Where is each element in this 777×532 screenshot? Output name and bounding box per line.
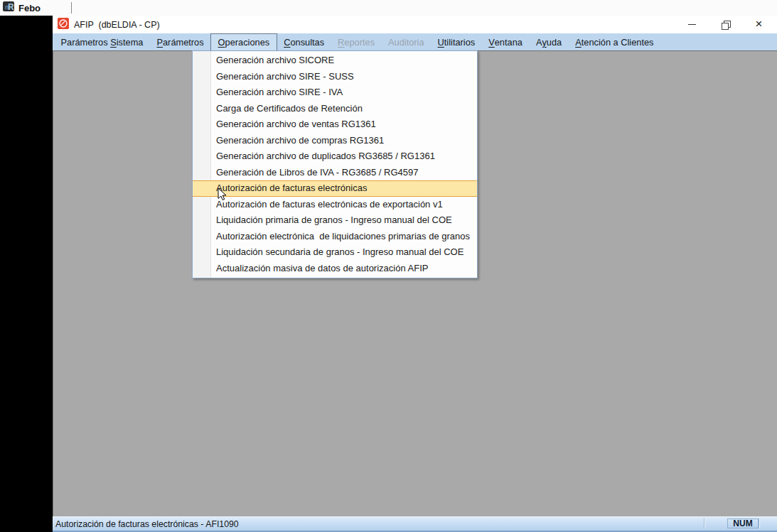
dropdown-menu-item[interactable]: Autorización de facturas electrónicas de… (193, 197, 477, 213)
title-bar[interactable]: AFIP (dbELDIA - CP) × (53, 16, 777, 33)
menu-label-pre: Parámetros (61, 37, 111, 48)
menu-label-post: entana (495, 37, 523, 48)
menu-label-accel: V (488, 37, 495, 48)
status-bar: Autorización de facturas electrónicas - … (53, 516, 777, 532)
close-button[interactable]: × (742, 16, 776, 33)
dropdown-menu-item[interactable]: Generación archivo de duplicados RG3685 … (193, 148, 477, 165)
status-message: Autorización de facturas electrónicas - … (55, 519, 239, 529)
window-title: AFIP (dbELDIA - CP) (74, 20, 160, 30)
mremoteng-icon: m R (3, 1, 14, 14)
mouse-cursor (218, 188, 227, 205)
dropdown-item-label: Autorización de facturas electrónicas (216, 183, 367, 193)
dropdown-menu-item[interactable]: Liquidación primaria de granos - Ingreso… (193, 212, 477, 229)
dropdown-menu-item[interactable]: Carga de Certificados de Retención (193, 101, 477, 117)
dropdown-item-label: Generación archivo de compras RG1361 (216, 135, 384, 146)
menu-label-accel: A (575, 37, 582, 48)
menubar-item[interactable]: Operaciones (210, 33, 277, 50)
menubar-item[interactable]: Parámetros (150, 33, 210, 50)
menubar-item[interactable]: Parámetros Sistema (54, 33, 150, 50)
menu-label-post: arámetros (163, 37, 204, 48)
dropdown-menu-item[interactable]: Generación archivo SIRE - SUSS (193, 69, 477, 85)
menubar-item[interactable]: Utilitarios (431, 33, 482, 50)
num-lock-indicator: NUM (727, 519, 759, 528)
restore-button[interactable] (709, 16, 742, 33)
menu-label-accel: U (438, 37, 444, 48)
tab-febo[interactable]: m R Febo (0, 0, 48, 16)
status-separator (759, 519, 759, 528)
tab-separator (71, 2, 72, 13)
dropdown-menu-item[interactable]: Generación archivo SIRE - IVA (193, 85, 477, 101)
menu-label-post: tilitarios (444, 37, 475, 48)
dropdown-item-label: Generación archivo de duplicados RG3685 … (216, 151, 435, 161)
menu-label-post: istema (117, 37, 144, 48)
dropdown-menu-item[interactable]: Autorización de facturas electrónicas (193, 180, 477, 197)
dropdown-menu-item[interactable]: Liquidación secundaria de granos - Ingre… (193, 244, 477, 261)
dropdown-item-label: Generación archivo SICORE (216, 55, 334, 65)
minimize-icon (688, 24, 696, 25)
desktop: m R Febo AFIP (dbELDIA - CP) (0, 0, 777, 532)
window-controls: × (675, 16, 776, 33)
dropdown-menu-item[interactable]: Autorización electrónica de liquidacione… (193, 229, 477, 245)
afip-app-icon (58, 18, 69, 32)
menu-label-pre: A (536, 37, 542, 48)
dropdown-item-label: Actualización masiva de datos de autoriz… (216, 263, 428, 273)
menu-label-accel: C (284, 37, 290, 48)
dropdown-item-label: Liquidación secundaria de granos - Ingre… (216, 246, 463, 257)
dropdown-item-label: Generación archivo SIRE - IVA (216, 87, 343, 97)
dropdown-item-label: Liquidación primaria de granos - Ingreso… (216, 215, 452, 225)
dropdown-item-label: Carga de Certificados de Retención (216, 103, 363, 114)
menubar-item[interactable]: Ventana (482, 33, 530, 50)
menubar-item: Auditoria (382, 33, 432, 50)
dropdown-item-label: Autorización electrónica de liquidacione… (216, 231, 470, 241)
tab-label: Febo (18, 3, 41, 13)
menu-label-accel: R (338, 37, 344, 48)
menu-label-post: onsultas (290, 37, 324, 48)
menu-label-accel: O (218, 37, 225, 48)
menu-label-post: peraciones (225, 37, 270, 48)
dropdown-item-label: Generación archivo de ventas RG1361 (216, 119, 376, 129)
remote-session-tab-bar: m R Febo (0, 0, 777, 16)
menubar-item: Reportes (331, 33, 382, 50)
dropdown-menu-item[interactable]: Generación archivo SICORE (193, 53, 477, 69)
minimize-button[interactable] (675, 16, 709, 33)
dropdown-menu-item[interactable]: Generación archivo de ventas RG1361 (193, 116, 477, 133)
dropdown-item-label: Generación de Libros de IVA - RG3685 / R… (216, 167, 418, 178)
menu-label-accel: P (156, 37, 163, 48)
menubar-item[interactable]: Consultas (277, 33, 331, 50)
menu-label-accel: S (110, 37, 117, 48)
menu-label-pre: Auditoria (388, 37, 424, 48)
close-icon: × (756, 18, 763, 30)
dropdown-item-label: Autorización de facturas electrónicas de… (216, 199, 443, 210)
menu-bar: Parámetros SistemaParámetrosOperacionesC… (53, 33, 777, 50)
menubar-item[interactable]: Ayuda (529, 33, 568, 50)
svg-text:R: R (8, 2, 14, 11)
operaciones-dropdown-menu: Generación archivo SICOREGeneración arch… (192, 50, 478, 278)
dropdown-menu-item[interactable]: Actualización masiva de datos de autoriz… (193, 261, 477, 277)
menu-label-post: tención a Clientes (582, 37, 654, 48)
menu-label-post: eportes (344, 37, 375, 48)
menubar-item[interactable]: Atención a Clientes (569, 33, 660, 50)
restore-icon (722, 21, 729, 28)
dropdown-item-label: Generación archivo SIRE - SUSS (216, 71, 354, 82)
menu-label-post: uda (547, 37, 562, 48)
dropdown-menu-item[interactable]: Generación archivo de compras RG1361 (193, 133, 477, 149)
dropdown-menu-item[interactable]: Generación de Libros de IVA - RG3685 / R… (193, 165, 477, 181)
status-separator (704, 519, 704, 528)
